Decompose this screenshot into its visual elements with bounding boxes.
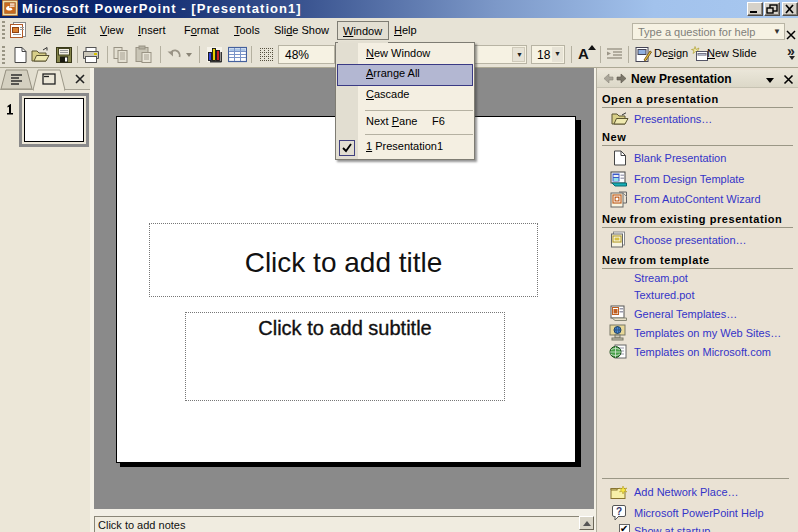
- svg-text:?: ?: [616, 506, 622, 517]
